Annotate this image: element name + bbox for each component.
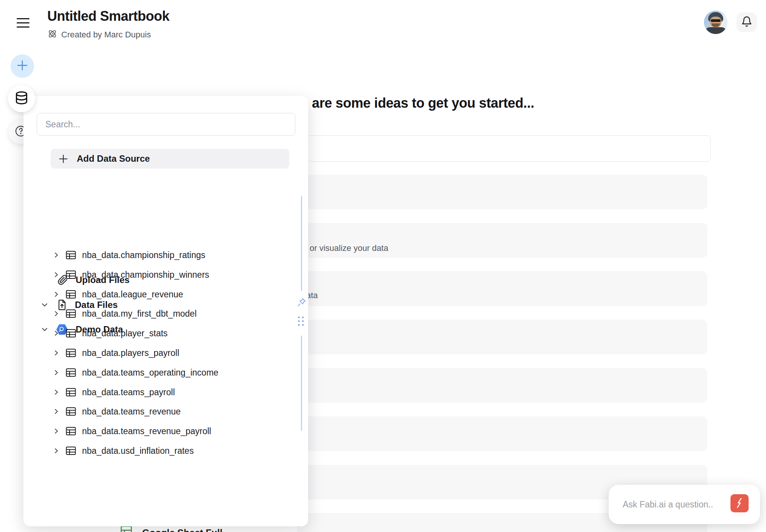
table-icon	[66, 407, 76, 416]
table-icon	[66, 270, 76, 279]
chevron-right-icon[interactable]	[53, 291, 60, 298]
plus-icon	[16, 59, 28, 73]
chevron-down-icon[interactable]	[41, 326, 48, 333]
table-name: nba_data.my_first_dbt_model	[82, 309, 197, 319]
table-name: nba_data.league_revenue	[82, 289, 183, 300]
add-data-source-button[interactable]: Add Data Source	[51, 149, 289, 169]
table-name: nba_data.teams_revenue_payroll	[82, 426, 211, 436]
table-row[interactable]: nba_data.my_first_dbt_model	[53, 304, 197, 323]
table-icon	[66, 446, 76, 455]
chevron-right-icon[interactable]	[53, 330, 60, 337]
chevron-down-icon[interactable]	[41, 301, 48, 309]
table-row[interactable]: nba_data.teams_revenue_payroll	[53, 421, 211, 441]
table-icon	[66, 427, 76, 436]
database-icon	[14, 91, 29, 107]
table-name: nba_data.teams_operating_income	[82, 368, 219, 378]
table-row[interactable]: nba_data.teams_payroll	[53, 382, 175, 402]
pin-icon[interactable]	[296, 297, 307, 309]
chevron-right-icon[interactable]	[53, 310, 60, 317]
idea-card[interactable]	[297, 271, 707, 306]
table-row[interactable]: nba_data.championship_ratings	[53, 245, 205, 265]
ask-fabi-bar[interactable]	[609, 485, 760, 524]
table-icon	[66, 368, 76, 377]
plus-icon	[58, 154, 68, 164]
table-row[interactable]: nba_data.teams_operating_income	[53, 363, 219, 382]
table-row[interactable]: nba_data.player_stats	[53, 323, 167, 343]
idea-card-text-fragment: or visualize your data	[310, 243, 388, 253]
table-name: nba_data.teams_revenue	[82, 407, 181, 417]
table-name: nba_data.championship_winners	[82, 270, 209, 280]
created-by-text: Created by Marc Dupuis	[61, 30, 151, 40]
data-source-panel: Add Data Source Upload Files	[23, 96, 308, 526]
table-row[interactable]: nba_data.teams_revenue	[53, 402, 181, 421]
chevron-right-icon[interactable]	[53, 408, 60, 415]
lightning-bolt-icon	[733, 496, 746, 510]
atom-icon	[47, 29, 57, 40]
add-data-source-label: Add Data Source	[77, 153, 150, 164]
table-icon	[66, 309, 76, 318]
table-icon	[66, 388, 76, 397]
prompt-card[interactable]	[307, 135, 711, 162]
table-icon	[66, 251, 76, 260]
created-by-row: Created by Marc Dupuis	[47, 29, 151, 40]
add-block-button[interactable]	[11, 54, 34, 78]
ideas-heading: Here are some ideas to get you started..…	[279, 95, 534, 111]
user-avatar[interactable]	[704, 11, 727, 34]
notifications-button[interactable]	[737, 12, 757, 32]
table-icon	[66, 290, 76, 299]
panel-scrollbar-segment[interactable]	[301, 336, 302, 431]
chevron-right-icon[interactable]	[53, 447, 60, 454]
chevron-right-icon[interactable]	[53, 252, 60, 258]
table-name: nba_data.championship_ratings	[82, 250, 205, 260]
table-icon	[66, 348, 76, 357]
chevron-right-icon[interactable]	[53, 369, 60, 376]
chevron-right-icon[interactable]	[53, 389, 60, 396]
ask-submit-button[interactable]	[730, 494, 749, 512]
table-row[interactable]: nba_data.players_payroll	[53, 343, 179, 363]
table-name: nba_data.teams_payroll	[82, 387, 175, 397]
page-title: Untitled Smartbook	[47, 8, 169, 24]
idea-card[interactable]	[297, 175, 707, 209]
panel-scrollbar-segment[interactable]	[301, 196, 302, 291]
bell-icon	[741, 16, 752, 29]
table-icon	[66, 329, 76, 338]
search-input[interactable]	[37, 113, 295, 136]
hamburger-menu-icon[interactable]	[17, 17, 30, 28]
chevron-right-icon[interactable]	[53, 271, 60, 278]
google-sheet-label: Google Sheet Full	[142, 527, 223, 532]
chevron-right-icon[interactable]	[53, 350, 60, 356]
table-name: nba_data.players_payroll	[82, 348, 179, 358]
idea-card[interactable]	[297, 368, 707, 403]
data-sources-button[interactable]	[8, 85, 35, 112]
idea-card[interactable]	[297, 416, 707, 451]
ask-fabi-input[interactable]	[623, 500, 713, 510]
table-name: nba_data.player_stats	[82, 328, 167, 339]
table-name: nba_data.usd_inflation_rates	[82, 446, 194, 456]
chevron-right-icon[interactable]	[53, 428, 60, 435]
app-root: Untitled Smartbook Created by Marc Dupui…	[0, 0, 766, 532]
drag-handle-dots-icon[interactable]	[298, 316, 304, 326]
table-row[interactable]: nba_data.championship_winners	[53, 265, 209, 285]
idea-card[interactable]	[297, 320, 707, 354]
table-row[interactable]: nba_data.league_revenue	[53, 285, 183, 304]
table-row[interactable]: nba_data.usd_inflation_rates	[53, 441, 194, 461]
